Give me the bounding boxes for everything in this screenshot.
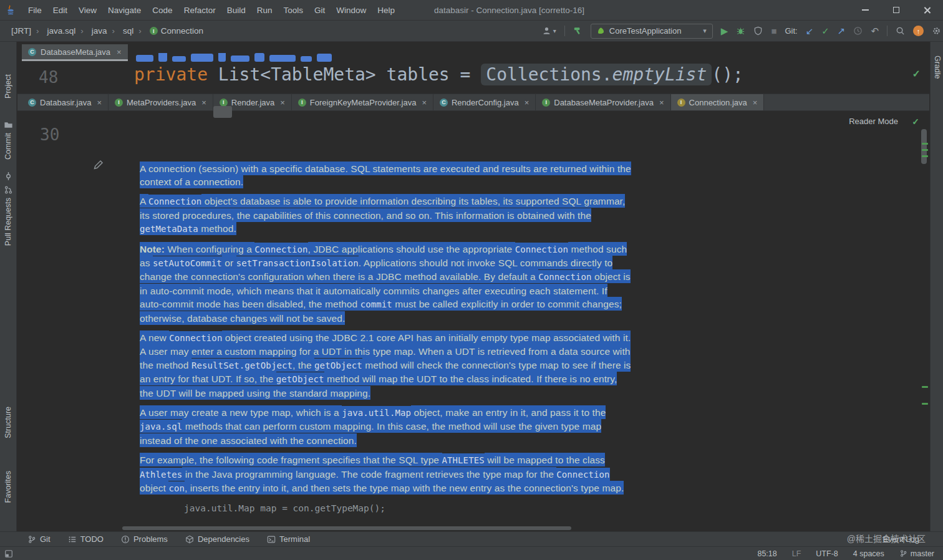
close-icon[interactable]: × bbox=[525, 98, 530, 107]
editor-tab[interactable]: I Connection.java × bbox=[671, 94, 765, 110]
git-update-icon[interactable]: ↙ bbox=[806, 26, 814, 36]
doc-paragraph[interactable]: Note: When configuring a Connection, JDB… bbox=[140, 242, 631, 324]
editor-tab[interactable]: C Databasir.java × bbox=[22, 94, 109, 110]
debug-bug-icon[interactable] bbox=[736, 26, 745, 36]
reader-mode-editor[interactable]: Reader Mode ✓ 30 A connection (session) … bbox=[17, 112, 929, 531]
edit-pencil-icon[interactable] bbox=[92, 159, 104, 171]
menu-item[interactable]: Edit bbox=[47, 3, 73, 17]
maximize-button[interactable] bbox=[881, 0, 912, 21]
tool-window-label: Git bbox=[40, 534, 51, 544]
line-separator[interactable]: LF bbox=[792, 549, 801, 558]
doc-paragraph[interactable]: A user may create a new type map, which … bbox=[140, 406, 631, 447]
stop-button[interactable]: ■ bbox=[771, 26, 776, 36]
git-push-icon[interactable]: ↗ bbox=[838, 26, 846, 36]
tool-window-toggle-icon[interactable] bbox=[4, 549, 13, 558]
rollback-undo-icon[interactable]: ↶ bbox=[871, 26, 879, 36]
menu-item[interactable]: File bbox=[22, 3, 47, 17]
window-title: databasir - Connection.java [corretto-16… bbox=[434, 6, 584, 15]
history-clock-icon[interactable] bbox=[853, 26, 863, 36]
menu-item[interactable]: Code bbox=[147, 3, 178, 17]
keyword: private bbox=[134, 64, 218, 85]
tool-window-button[interactable]: Git bbox=[27, 534, 51, 544]
menu-item[interactable]: Tools bbox=[278, 3, 309, 17]
doc-inline-code: Connection bbox=[254, 243, 307, 256]
git-branch[interactable]: master bbox=[899, 549, 934, 558]
breadcrumb-item[interactable]: I Connection bbox=[133, 26, 203, 36]
folder-icon[interactable] bbox=[4, 120, 13, 130]
doc-paragraph[interactable]: For example, the following code fragment… bbox=[140, 453, 631, 495]
sidebar-item-gradle[interactable]: Gradle bbox=[933, 56, 942, 79]
doc-inline-code: setTransactionIsolation bbox=[236, 256, 359, 269]
editor-tab[interactable]: I DatabaseMetaProvider.java × bbox=[536, 94, 670, 110]
close-icon[interactable]: × bbox=[97, 98, 102, 107]
close-icon[interactable]: × bbox=[280, 98, 285, 107]
menu-item[interactable]: Run bbox=[251, 3, 278, 17]
reader-mode-toggle[interactable]: Reader Mode bbox=[849, 117, 898, 126]
pull-request-icon[interactable] bbox=[4, 185, 13, 195]
editor-tab[interactable]: C DatabaseMeta.java × bbox=[22, 44, 128, 61]
line-number[interactable]: 48 bbox=[39, 68, 58, 87]
coverage-shield-icon[interactable] bbox=[753, 26, 763, 36]
menu-item[interactable]: Refactor bbox=[178, 3, 221, 17]
breadcrumb-label: Connection bbox=[161, 26, 203, 36]
inspections-ok-icon[interactable]: ✓ bbox=[912, 117, 919, 127]
build-hammer-icon[interactable] bbox=[573, 26, 583, 36]
tool-window-button[interactable]: TODO bbox=[68, 534, 104, 544]
menu-item[interactable]: Git bbox=[309, 3, 331, 17]
sidebar-item-structure[interactable]: Structure bbox=[4, 407, 12, 438]
editor-tab[interactable]: I ForeignKeyMetaProvider.java × bbox=[292, 94, 433, 110]
inspections-ok-icon[interactable]: ✓ bbox=[912, 68, 921, 80]
close-icon[interactable]: × bbox=[422, 98, 427, 107]
run-button[interactable]: ▶ bbox=[721, 26, 728, 36]
code-line[interactable]: private List<TableMeta> tables = Collect… bbox=[134, 64, 743, 85]
tool-window-button[interactable]: Dependencies bbox=[185, 534, 249, 544]
git-commit-check-icon[interactable]: ✓ bbox=[821, 26, 829, 36]
file-type-icon: I bbox=[677, 99, 685, 107]
clipped-code-fragment bbox=[136, 53, 332, 62]
gear-icon[interactable] bbox=[932, 26, 941, 36]
minimize-button[interactable] bbox=[849, 0, 881, 21]
breadcrumb-label: java.sql bbox=[47, 26, 76, 36]
doc-text: Note: bbox=[140, 242, 165, 256]
sidebar-item-favorites[interactable]: Favorites bbox=[4, 471, 12, 503]
doc-paragraph[interactable]: A connection (session) with a specific d… bbox=[140, 162, 631, 188]
run-configuration-select[interactable]: CoreTestApplication ▾ bbox=[591, 24, 713, 39]
profile-menu[interactable]: ▾ bbox=[542, 26, 556, 36]
breadcrumb-item[interactable]: java bbox=[75, 26, 107, 36]
menu-item[interactable]: Window bbox=[331, 3, 372, 17]
javadoc-content: A connection (session) with a specific d… bbox=[140, 162, 631, 513]
tool-window-button[interactable]: Terminal bbox=[267, 534, 310, 544]
doc-code-snippet[interactable]: java.util.Map map = con.getTypeMap(); bbox=[184, 503, 631, 513]
caret-position[interactable]: 85:18 bbox=[757, 549, 776, 558]
breadcrumb-item[interactable]: sql bbox=[107, 26, 134, 36]
indent-style[interactable]: 4 spaces bbox=[853, 549, 884, 558]
ide-update-icon[interactable]: ↑ bbox=[913, 26, 924, 36]
doc-paragraph[interactable]: A new Connection object created using th… bbox=[140, 331, 631, 399]
close-icon[interactable]: × bbox=[659, 98, 664, 107]
menu-item[interactable]: Help bbox=[372, 3, 400, 17]
editor-tab[interactable]: C RenderConfig.java × bbox=[433, 94, 536, 110]
sidebar-item-pull-requests[interactable]: Pull Requests bbox=[4, 198, 12, 246]
close-button[interactable] bbox=[912, 0, 943, 21]
commit-icon[interactable] bbox=[4, 171, 13, 181]
close-icon[interactable]: × bbox=[117, 47, 122, 57]
breadcrumb-item[interactable]: java.sql bbox=[31, 26, 75, 36]
line-number[interactable]: 30 bbox=[40, 125, 59, 144]
editor-tab[interactable]: I MetaProviders.java × bbox=[109, 94, 213, 110]
file-encoding[interactable]: UTF-8 bbox=[816, 549, 838, 558]
git-label: Git: bbox=[785, 26, 797, 36]
horizontal-scrollbar[interactable] bbox=[122, 526, 571, 530]
menu-item[interactable]: Navigate bbox=[102, 3, 147, 17]
vertical-scrollbar[interactable] bbox=[921, 129, 927, 164]
menu-item[interactable]: Build bbox=[221, 3, 251, 17]
sidebar-item-commit[interactable]: Commit bbox=[4, 133, 12, 160]
search-icon[interactable] bbox=[896, 26, 905, 36]
doc-text: For example, the following code fragment… bbox=[140, 453, 442, 466]
doc-paragraph[interactable]: A Connection object's database is able t… bbox=[140, 195, 631, 236]
breadcrumb-item[interactable]: [JRT] bbox=[11, 26, 31, 36]
close-icon[interactable]: × bbox=[753, 98, 758, 107]
close-icon[interactable]: × bbox=[201, 98, 206, 107]
sidebar-item-project[interactable]: Project bbox=[4, 74, 12, 99]
tool-window-button[interactable]: Problems bbox=[121, 534, 168, 544]
menu-item[interactable]: View bbox=[73, 3, 102, 17]
